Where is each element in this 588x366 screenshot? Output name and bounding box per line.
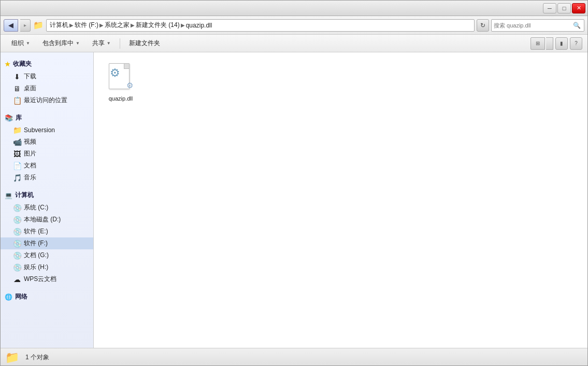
main-area: ★ 收藏夹 ⬇ 下载 🖥 桌面 📋 最近访问的位置 📚 库 📁 Subversi…	[1, 52, 587, 348]
breadcrumb-arrow-1: ▶	[69, 22, 74, 28]
recent-label: 最近访问的位置	[24, 96, 67, 105]
breadcrumb-part-1[interactable]: 计算机	[50, 21, 68, 30]
sidebar-item-desktop[interactable]: 🖥 桌面	[1, 82, 93, 94]
pictures-label: 图片	[24, 149, 36, 158]
library-icon: 📚	[5, 114, 13, 122]
network-icon: 🌐	[5, 293, 12, 301]
forward-button[interactable]: ▸	[20, 19, 31, 32]
drive-d-icon: 💿	[13, 216, 21, 224]
status-folder-icon: 📁	[5, 350, 19, 365]
file-icon-wrapper: ⚙ ⚙	[106, 63, 135, 92]
title-bar: ─ □ ✕	[1, 1, 587, 16]
desktop-icon: 🖥	[13, 85, 21, 93]
library-label: 包含到库中	[42, 39, 74, 48]
organize-dropdown-arrow: ▼	[26, 41, 30, 46]
music-icon: 🎵	[13, 174, 21, 182]
search-button[interactable]: 🔍	[571, 20, 582, 31]
documents-label: 文档	[24, 161, 36, 170]
search-box[interactable]: 🔍	[491, 19, 584, 32]
share-label: 共享	[92, 39, 105, 48]
status-bar: 📁 1 个对象	[1, 348, 587, 366]
new-folder-label: 新建文件夹	[129, 39, 160, 48]
sidebar-item-documents[interactable]: 📄 文档	[1, 160, 93, 172]
close-button[interactable]: ✕	[572, 3, 585, 13]
drive-h-label: 娱乐 (H:)	[24, 263, 48, 272]
favorites-star-icon: ★	[5, 61, 10, 68]
library-button[interactable]: 包含到库中 ▼	[37, 37, 85, 50]
sidebar: ★ 收藏夹 ⬇ 下载 🖥 桌面 📋 最近访问的位置 📚 库 📁 Subversi…	[1, 52, 94, 348]
sidebar-item-download[interactable]: ⬇ 下载	[1, 71, 93, 82]
computer-header-label: 计算机	[15, 191, 34, 200]
breadcrumb-arrow-3: ▶	[131, 22, 135, 28]
view-pane-button[interactable]: ▮	[555, 37, 568, 50]
gear-small-icon: ⚙	[126, 81, 133, 90]
drive-g-label: 文档 (G:)	[24, 251, 49, 260]
share-button[interactable]: 共享 ▼	[87, 37, 117, 50]
network-header-label: 网络	[15, 292, 27, 301]
toolbar-separator	[120, 38, 120, 49]
sidebar-item-subversion[interactable]: 📁 Subversion	[1, 124, 93, 136]
breadcrumb-part-2[interactable]: 软件 (F:)	[75, 21, 98, 30]
breadcrumb-part-3[interactable]: 系统之家	[105, 21, 130, 30]
window-controls: ─ □ ✕	[543, 3, 585, 13]
back-button[interactable]: ◀	[4, 19, 18, 32]
computer-icon: 💻	[5, 192, 12, 199]
sidebar-item-recent[interactable]: 📋 最近访问的位置	[1, 94, 93, 106]
sidebar-computer-header: 💻 计算机	[1, 188, 93, 202]
new-folder-button[interactable]: 新建文件夹	[123, 37, 166, 50]
view-dropdown-button[interactable]	[546, 37, 553, 50]
content-area[interactable]: ⚙ ⚙ quazip.dll	[94, 52, 587, 348]
file-item-quazip[interactable]: ⚙ ⚙ quazip.dll	[100, 59, 141, 106]
sidebar-item-video[interactable]: 📹 视频	[1, 136, 93, 148]
sidebar-item-drive-f[interactable]: 💿 软件 (F:)	[1, 237, 93, 249]
breadcrumb-part-5[interactable]: quazip.dll	[186, 22, 212, 29]
folder-nav-icon: 📁	[33, 20, 44, 31]
help-button[interactable]: ?	[570, 37, 582, 50]
sidebar-favorites-header: ★ 收藏夹	[1, 57, 93, 71]
video-label: 视频	[24, 137, 36, 146]
drive-h-icon: 💿	[13, 263, 21, 272]
search-input[interactable]	[494, 22, 571, 29]
sidebar-item-music[interactable]: 🎵 音乐	[1, 172, 93, 184]
download-label: 下载	[24, 72, 36, 81]
sidebar-divider-1	[1, 106, 93, 110]
file-corner	[124, 64, 129, 69]
sidebar-item-wps-cloud[interactable]: ☁ WPS云文档	[1, 273, 93, 285]
sidebar-item-pictures[interactable]: 🖼 图片	[1, 148, 93, 160]
organize-label: 组织	[11, 39, 24, 48]
sidebar-item-drive-g[interactable]: 💿 文档 (G:)	[1, 249, 93, 261]
library-header-label: 库	[16, 114, 22, 122]
sidebar-divider-2	[1, 184, 93, 188]
sidebar-item-drive-c[interactable]: 💿 系统 (C:)	[1, 202, 93, 214]
sidebar-network-header: 🌐 网络	[1, 289, 93, 303]
music-label: 音乐	[24, 173, 36, 182]
refresh-button[interactable]: ↻	[477, 19, 489, 32]
drive-c-label: 系统 (C:)	[24, 203, 48, 212]
documents-icon: 📄	[13, 162, 21, 170]
favorites-header-label: 收藏夹	[13, 60, 32, 68]
drive-e-icon: 💿	[13, 228, 21, 236]
sidebar-item-drive-d[interactable]: 💿 本地磁盘 (D:)	[1, 214, 93, 226]
drive-c-icon: 💿	[13, 204, 21, 212]
desktop-label: 桌面	[24, 84, 36, 93]
recent-icon: 📋	[13, 96, 21, 105]
breadcrumb-part-4[interactable]: 新建文件夹 (14)	[136, 21, 180, 30]
sidebar-item-drive-e[interactable]: 💿 软件 (E:)	[1, 226, 93, 237]
file-label: quazip.dll	[109, 95, 133, 102]
breadcrumb-arrow-4: ▶	[181, 22, 185, 28]
drive-g-icon: 💿	[13, 251, 21, 260]
gear-large-icon: ⚙	[110, 66, 120, 80]
organize-button[interactable]: 组织 ▼	[6, 37, 36, 50]
video-icon: 📹	[13, 138, 21, 146]
breadcrumb[interactable]: 计算机 ▶ 软件 (F:) ▶ 系统之家 ▶ 新建文件夹 (14) ▶ quaz…	[46, 19, 475, 32]
sidebar-item-drive-h[interactable]: 💿 娱乐 (H:)	[1, 261, 93, 273]
maximize-button[interactable]: □	[557, 3, 571, 13]
drive-e-label: 软件 (E:)	[24, 227, 48, 236]
pictures-icon: 🖼	[13, 150, 21, 158]
status-text: 1 个对象	[25, 353, 49, 362]
minimize-button[interactable]: ─	[543, 3, 556, 13]
address-bar: ◀ ▸ 📁 计算机 ▶ 软件 (F:) ▶ 系统之家 ▶ 新建文件夹 (14) …	[1, 16, 587, 35]
wps-cloud-label: WPS云文档	[24, 275, 56, 284]
view-icons-button[interactable]: ⊞	[530, 37, 545, 50]
sidebar-divider-3	[1, 285, 93, 289]
